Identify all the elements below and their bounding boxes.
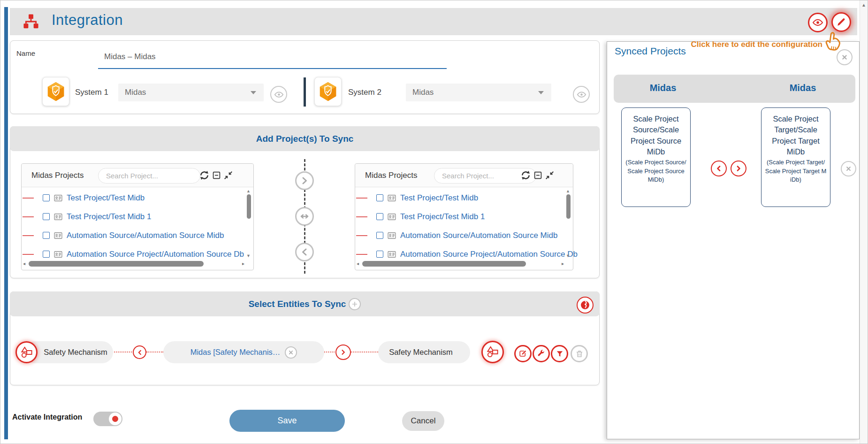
map-left-button[interactable] (133, 345, 146, 359)
scrollbar-thumb[interactable] (247, 194, 251, 219)
target-entity-pill[interactable]: Safety Mechanism (378, 341, 470, 363)
synced-projects-panel: Synced Projects Midas Midas Scale Projec… (607, 41, 860, 439)
horizontal-scrollbar[interactable]: ◂ ▸ (23, 260, 244, 268)
plus-icon (351, 300, 358, 308)
filter-entity-button[interactable] (551, 345, 568, 362)
project-list-item[interactable]: Test Project/Test Midb 1 (22, 207, 253, 226)
scroll-up-icon[interactable]: ▲ (861, 2, 866, 8)
activate-integration-toggle[interactable] (93, 412, 122, 426)
collapse-all-icon[interactable] (212, 171, 221, 180)
project-checkbox[interactable] (376, 232, 383, 239)
project-checkbox[interactable] (43, 194, 50, 201)
sync-right-button[interactable] (731, 161, 746, 176)
move-right-button[interactable] (295, 171, 314, 190)
project-checkbox[interactable] (376, 213, 383, 220)
scroll-right-icon[interactable]: ▸ (562, 261, 564, 266)
project-card-icon (387, 231, 396, 240)
project-checkbox[interactable] (43, 213, 50, 220)
page-title: Integration (52, 12, 123, 29)
project-item-label[interactable]: Automation Source Project/Automation Sou… (67, 250, 244, 259)
collapse-all-icon[interactable] (533, 171, 542, 180)
refresh-icon[interactable] (521, 170, 531, 180)
system1-preview-button[interactable] (270, 86, 287, 103)
pencil-icon (836, 17, 846, 27)
edit-entity-button[interactable] (514, 345, 532, 362)
synced-projects-title: Synced Projects (615, 46, 686, 57)
save-button[interactable]: Save (229, 410, 345, 432)
project-list-item[interactable]: Test Project/Test Midb 1 (355, 207, 573, 226)
integration-sitemap-icon (23, 14, 39, 30)
scroll-left-icon[interactable]: ◂ (23, 261, 25, 266)
target-column-header: Midas (761, 83, 845, 93)
vertical-scrollbar[interactable]: ▲ ▼ (246, 189, 252, 258)
project-item-label[interactable]: Test Project/Test Midb (67, 193, 145, 203)
project-checkbox[interactable] (376, 251, 383, 258)
source-projects-toolbar: Midas Projects (22, 164, 253, 187)
project-checkbox[interactable] (43, 251, 50, 258)
horizontal-scrollbar[interactable]: ◂ ▸ (357, 260, 564, 268)
project-item-label[interactable]: Test Project/Test Midb 1 (67, 212, 151, 222)
project-list-item[interactable]: Test Project/Test Midb (355, 189, 573, 207)
scroll-up-icon[interactable]: ▲ (246, 189, 251, 193)
source-project-search-input[interactable] (98, 168, 200, 184)
system2-preview-button[interactable] (573, 86, 590, 103)
scroll-up-icon[interactable]: ▲ (566, 189, 570, 193)
tree-dash (23, 254, 34, 255)
project-list-item[interactable]: Automation Source/Automation Source Midb (355, 226, 573, 245)
clear-mapping-button[interactable] (285, 346, 297, 359)
chevron-right-icon (339, 348, 347, 356)
tree-dash (356, 198, 367, 199)
scroll-left-icon[interactable]: ◂ (357, 261, 359, 266)
system2-selected-value: Midas (412, 88, 434, 97)
cancel-button[interactable]: Cancel (402, 411, 444, 431)
page-scrollbar[interactable]: ▲ (860, 0, 868, 444)
name-value[interactable]: Midas – Midas (104, 52, 156, 61)
add-projects-title: Add Project(s) To Sync (256, 134, 354, 144)
project-list-item[interactable]: Test Project/Test Midb (22, 189, 253, 207)
tree-dash (356, 254, 367, 255)
close-icon (288, 349, 294, 356)
scroll-down-icon[interactable]: ▼ (566, 253, 570, 258)
project-item-label[interactable]: Automation Source/Automation Source Midb (400, 231, 557, 240)
project-item-label[interactable]: Test Project/Test Midb (400, 193, 478, 203)
configure-entity-button[interactable] (533, 345, 550, 362)
scrollbar-thumb[interactable] (29, 261, 204, 267)
system2-select[interactable]: Midas (406, 84, 551, 101)
scrollbar-thumb[interactable] (362, 261, 526, 267)
project-checkbox[interactable] (43, 232, 50, 239)
project-item-label[interactable]: Test Project/Test Midb 1 (400, 212, 485, 222)
entity-type-icon-right (481, 341, 504, 363)
project-list-item[interactable]: Automation Source/Automation Source Midb (22, 226, 253, 245)
compress-icon[interactable] (224, 171, 233, 180)
refresh-icon[interactable] (199, 170, 209, 180)
project-checkbox[interactable] (376, 194, 383, 201)
system1-select[interactable]: Midas (118, 84, 264, 101)
vertical-scrollbar[interactable]: ▲ ▼ (565, 189, 571, 258)
mapping-connector (324, 352, 336, 352)
entity-type-icon-left (15, 341, 38, 363)
synced-target-subname: (Scale Project Target/Scale Project Targ… (765, 158, 827, 185)
project-card-icon (53, 231, 63, 240)
swap-button[interactable] (295, 207, 314, 226)
system1-selected-value: Midas (125, 88, 146, 97)
compress-icon[interactable] (545, 171, 554, 180)
mapped-entity-pill[interactable]: Midas [Safety Mechanis… (163, 341, 324, 363)
move-left-button[interactable] (295, 243, 314, 261)
tree-dash (23, 198, 34, 199)
project-card-icon (387, 193, 396, 203)
chevron-down-icon (251, 91, 256, 94)
delete-entity-button[interactable] (571, 345, 588, 362)
scroll-down-icon[interactable]: ▼ (246, 253, 251, 258)
project-item-label[interactable]: Automation Source Project/Automation Sou… (400, 250, 578, 259)
global-mapping-button[interactable] (577, 297, 594, 314)
project-card-icon (387, 250, 396, 259)
add-entity-button[interactable] (349, 298, 361, 310)
shield-cube-icon (45, 81, 67, 102)
map-right-button[interactable] (335, 344, 351, 360)
remove-synced-pair-button[interactable] (841, 161, 856, 176)
eye-icon (577, 90, 586, 100)
scroll-right-icon[interactable]: ▸ (242, 261, 244, 266)
sync-left-button[interactable] (711, 161, 727, 176)
scrollbar-thumb[interactable] (566, 194, 571, 219)
project-item-label[interactable]: Automation Source/Automation Source Midb (67, 231, 224, 240)
